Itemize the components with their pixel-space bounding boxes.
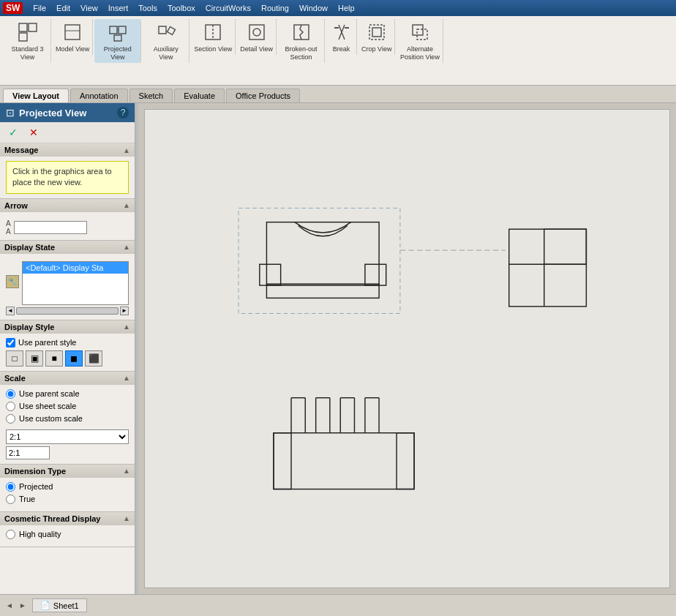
high-quality-radio[interactable]: [6, 530, 15, 539]
projected-view-title: Projected View: [19, 108, 113, 119]
menu-item-file[interactable]: File: [29, 2, 50, 14]
svg-rect-3: [65, 25, 80, 40]
use-parent-scale-radio[interactable]: [6, 389, 15, 399]
tab-office-products[interactable]: Office Products: [226, 89, 300, 102]
display-state-title: Display State: [4, 243, 55, 252]
scroll-right-btn[interactable]: ►: [120, 307, 129, 315]
display-state-item[interactable]: <Default> Display Sta: [23, 262, 128, 274]
projectedview-icon: [106, 20, 129, 44]
menu-item-insert[interactable]: Insert: [104, 2, 133, 14]
toolbar-auxiliaryview[interactable]: Auxiliary View: [143, 19, 189, 63]
hidden-lines-removed-btn[interactable]: ■: [45, 350, 63, 367]
menu-item-view[interactable]: View: [76, 2, 102, 14]
toolbar-alternateposition[interactable]: Alternate Position View: [397, 19, 443, 63]
scale-input[interactable]: [6, 446, 50, 459]
projected-label: Projected: [19, 482, 53, 491]
svg-rect-2: [19, 33, 27, 41]
hidden-lines-visible-btn[interactable]: ▣: [26, 350, 43, 367]
standard3view-icon: [16, 20, 40, 44]
display-style-content: Use parent style □ ▣ ■ ◼ ⬛: [0, 334, 135, 371]
toolbar-brokensection[interactable]: Broken-out Section: [278, 19, 325, 63]
display-style-title: Display Style: [4, 323, 54, 331]
menu-item-help[interactable]: Help: [334, 2, 359, 14]
nav-next-btn[interactable]: ►: [19, 601, 26, 609]
tab-view-layout[interactable]: View Layout: [3, 89, 69, 102]
ok-button[interactable]: ✓: [6, 125, 20, 140]
drawing-canvas[interactable]: ⊕ ⊖ ⊙ ↔ ↕ ⊞: [138, 103, 676, 594]
display-state-list[interactable]: <Default> Display Sta: [22, 261, 129, 305]
drawing-area: [144, 109, 670, 588]
true-radio[interactable]: [6, 495, 15, 504]
toolbar-cropview[interactable]: Crop View: [358, 19, 395, 55]
svg-rect-6: [119, 26, 126, 34]
wireframe-btn[interactable]: □: [6, 350, 23, 367]
display-state-section-header[interactable]: Display State ▲: [0, 241, 135, 254]
modelview-icon: [61, 20, 84, 44]
message-chevron-icon: ▲: [123, 146, 130, 154]
svg-rect-13: [249, 25, 264, 40]
use-sheet-scale-row: Use sheet scale: [6, 402, 129, 411]
use-parent-scale-label: Use parent scale: [19, 389, 80, 398]
projected-view-icon: ⊡: [6, 107, 15, 119]
svg-rect-0: [19, 23, 27, 31]
menu-item-routing[interactable]: Routing: [257, 2, 293, 14]
shaded-with-edges-btn[interactable]: ◼: [65, 350, 83, 367]
arrow-section-header[interactable]: Arrow ▲: [0, 199, 135, 212]
use-custom-scale-radio[interactable]: [6, 414, 15, 424]
menu-item-circuitworks[interactable]: CircuitWorks: [201, 2, 255, 14]
menu-bar: // Will be rendered in the init script b…: [29, 2, 358, 14]
standard3view-label: Standard 3 View: [7, 45, 48, 61]
sheet1-tab[interactable]: 📄 Sheet1: [32, 598, 87, 612]
scale-dropdown[interactable]: 2:1 1:1 1:2: [6, 429, 129, 444]
cosmetic-thread-section-header[interactable]: Cosmetic Thread Display ▲: [0, 512, 135, 525]
brokensection-label: Broken-out Section: [281, 45, 321, 61]
high-quality-label: High quality: [19, 530, 61, 538]
display-style-section: Display Style ▲ Use parent style □ ▣ ■ ◼…: [0, 320, 135, 372]
arrow-input[interactable]: [14, 221, 87, 234]
true-label: True: [19, 495, 35, 503]
dimension-type-section-header[interactable]: Dimension Type ▲: [0, 465, 135, 478]
menu-item-window[interactable]: Window: [295, 2, 332, 14]
help-button[interactable]: ?: [117, 107, 129, 119]
sheet-label: Sheet1: [53, 601, 79, 610]
toolbar-sectionview[interactable]: Section View: [191, 19, 236, 55]
svg-rect-21: [417, 29, 427, 40]
toolbar-projectedview[interactable]: Projected View: [94, 19, 141, 63]
menu-item-edit[interactable]: Edit: [52, 2, 75, 14]
scroll-left-btn[interactable]: ◄: [6, 307, 15, 315]
break-icon: [330, 20, 353, 44]
tab-sketch[interactable]: Sketch: [129, 89, 173, 102]
menu-item-tools[interactable]: Tools: [134, 2, 162, 14]
drawing-svg: [145, 110, 669, 587]
tab-annotation[interactable]: Annotation: [70, 89, 128, 102]
toolbar-modelview[interactable]: Model View: [53, 19, 93, 55]
use-parent-style-checkbox[interactable]: [6, 338, 15, 348]
use-sheet-scale-radio[interactable]: [6, 402, 15, 411]
cosmetic-thread-title: Cosmetic Thread Display: [4, 514, 100, 523]
menu-item-toolbox[interactable]: Toolbox: [163, 2, 200, 14]
auxiliaryview-label: Auxiliary View: [146, 45, 186, 61]
display-style-section-header[interactable]: Display Style ▲: [0, 320, 135, 334]
shaded-btn[interactable]: ⬛: [85, 350, 102, 367]
auxiliaryview-icon: [154, 20, 178, 44]
left-panel: ⊡ Projected View ? ✓ ✕ Message ▲ Click i…: [0, 103, 135, 594]
cancel-button[interactable]: ✕: [26, 125, 41, 140]
arrow-chevron-icon: ▲: [123, 201, 130, 209]
arrow-section: Arrow ▲ AA: [0, 199, 135, 241]
nav-prev-btn[interactable]: ◄: [6, 601, 13, 609]
toolbar: Standard 3 ViewModel ViewProjected ViewA…: [0, 16, 676, 86]
cropview-label: Crop View: [361, 45, 391, 53]
scale-section: Scale ▲ Use parent scale Use sheet scale…: [0, 372, 135, 465]
svg-rect-19: [372, 28, 381, 37]
toolbar-standard3view[interactable]: Standard 3 View: [4, 19, 51, 63]
message-section-header[interactable]: Message ▲: [0, 143, 135, 157]
message-section-title: Message: [4, 146, 38, 154]
toolbar-break[interactable]: Break: [326, 19, 357, 55]
tab-evaluate[interactable]: Evaluate: [174, 89, 225, 102]
display-state-scrollbar[interactable]: ◄ ►: [6, 307, 129, 315]
scroll-thumb[interactable]: [16, 307, 119, 315]
toolbar-detailview[interactable]: Detail View: [237, 19, 277, 55]
modelview-label: Model View: [56, 45, 89, 53]
projected-radio[interactable]: [6, 482, 15, 492]
scale-section-header[interactable]: Scale ▲: [0, 372, 135, 385]
